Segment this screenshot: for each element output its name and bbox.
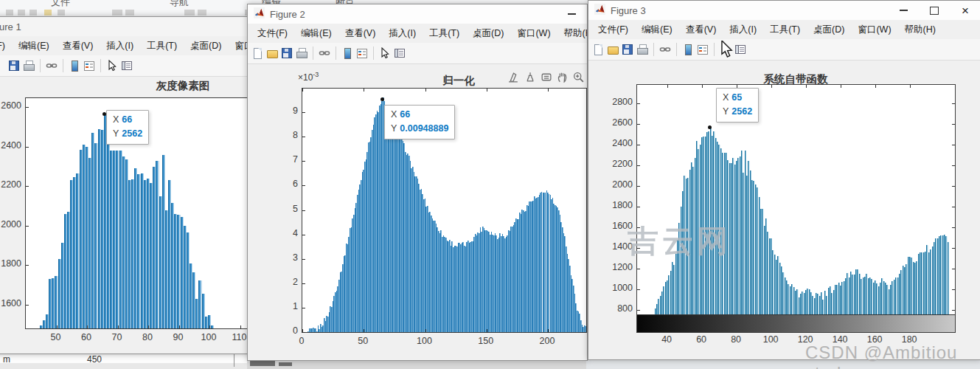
print-icon[interactable]: [636, 44, 648, 55]
new-icon[interactable]: [592, 44, 604, 55]
brush-icon[interactable]: [524, 71, 536, 83]
datatip-icon[interactable]: [540, 71, 552, 83]
link-icon[interactable]: [659, 44, 671, 55]
minimize-button[interactable]: [888, 1, 919, 20]
legend-icon[interactable]: [697, 44, 709, 55]
y-tick-label: 1800: [602, 200, 633, 210]
toolbar-separator: [373, 46, 374, 60]
colorbar-icon[interactable]: [69, 60, 80, 72]
axis-exponent-label: ×10-3: [298, 71, 319, 83]
axis-tick: [806, 85, 807, 88]
y-tick-label: 8: [267, 130, 298, 140]
histogram-bar: [211, 325, 214, 328]
toolstrip-tab[interactable]: 文件: [51, 0, 70, 9]
axis-tick: [302, 161, 305, 162]
legend-icon[interactable]: [83, 60, 95, 72]
panel-icon[interactable]: [734, 44, 746, 55]
datatip-figure2[interactable]: X66 Y0.00948889: [384, 105, 455, 139]
legend-icon[interactable]: [356, 47, 368, 59]
link-icon[interactable]: [319, 47, 330, 59]
menu-item[interactable]: 插入(I): [723, 24, 763, 36]
menu-item[interactable]: 工具(T): [763, 24, 807, 36]
menu-item[interactable]: 查看(V): [338, 27, 383, 40]
menu-item[interactable]: 查看(V): [56, 40, 100, 52]
axis-tick: [87, 325, 88, 328]
figure3-titlebar[interactable]: Figure 3 ×: [588, 1, 980, 21]
print-icon[interactable]: [23, 60, 35, 72]
axis-tick: [952, 269, 955, 269]
axis-tick: [487, 89, 487, 92]
close-button[interactable]: ×: [950, 1, 980, 20]
pan-icon[interactable]: [556, 71, 569, 83]
plot-title: 归一化: [442, 74, 475, 88]
menu-item[interactable]: 窗口(W): [228, 40, 249, 52]
cursor-icon[interactable]: [379, 47, 391, 59]
menu-item[interactable]: 编辑(E): [294, 27, 338, 40]
y-tick-label: 2000: [602, 179, 633, 190]
axes-toolbar: [507, 71, 585, 83]
axis-tick: [952, 124, 955, 125]
figure1-titlebar[interactable]: Figure 1: [0, 17, 249, 37]
save-icon[interactable]: [622, 44, 633, 55]
datatip-marker: [102, 112, 106, 116]
site-watermark: 吉云网: [628, 221, 731, 262]
menu-item[interactable]: 文件(F): [251, 27, 294, 40]
zoom-in-icon[interactable]: [572, 71, 585, 83]
x-tick-label: 100: [763, 334, 779, 345]
datatip-marker: [380, 97, 384, 101]
csdn-watermark: CSDN @Ambitiou studys: [805, 342, 980, 369]
menu-item[interactable]: 工具(T): [140, 40, 184, 52]
link-icon[interactable]: [46, 60, 58, 72]
menu-item[interactable]: 桌面(D): [184, 40, 228, 52]
colorbar-icon[interactable]: [341, 47, 353, 59]
save-icon[interactable]: [281, 47, 293, 59]
cursor-icon[interactable]: [106, 60, 118, 72]
y-tick-label: 1000: [602, 283, 633, 293]
menu-item[interactable]: 工具(T): [423, 27, 466, 40]
toolbar-separator: [40, 59, 41, 72]
menu-item[interactable]: 窗口(W): [510, 27, 557, 40]
export-icon[interactable]: [507, 71, 520, 83]
datatip-figure3[interactable]: X65 Y2562: [716, 88, 759, 123]
toolstrip-icon-remnant: [198, 10, 206, 15]
menu-item[interactable]: 桌面(D): [807, 24, 851, 36]
panel-icon[interactable]: [394, 47, 406, 59]
menu-item[interactable]: 窗口(W): [851, 24, 897, 36]
x-tick-label: 60: [81, 332, 91, 342]
minimize-button[interactable]: [556, 4, 587, 24]
menu-item[interactable]: 文件(F): [591, 24, 635, 36]
toolstrip-icon-remnant: [18, 10, 25, 15]
new-icon[interactable]: [251, 47, 263, 59]
menu-item[interactable]: 编辑(E): [635, 24, 679, 36]
axis-tick: [637, 269, 640, 269]
toolstrip-tab[interactable]: 导航: [170, 0, 189, 9]
axis-tick: [702, 85, 703, 88]
open-icon[interactable]: [607, 44, 619, 55]
toolstrip-icon-remnant: [125, 10, 134, 15]
desktop: 文件导航编辑断点 m 450 Figure 1 文件(F)编辑(E)查看(V)插…: [0, 0, 980, 369]
print-icon[interactable]: [296, 47, 307, 59]
menu-item[interactable]: 插入(I): [100, 40, 140, 52]
menu-item[interactable]: 插入(I): [382, 27, 423, 40]
menu-item[interactable]: 桌面(D): [466, 27, 510, 40]
x-tick-label: 80: [142, 332, 153, 342]
datatip-figure1[interactable]: X66 Y2562: [106, 110, 149, 145]
figure1-window: Figure 1 文件(F)编辑(E)查看(V)插入(I)工具(T)桌面(D)窗…: [0, 16, 249, 354]
x-tick-label: 50: [358, 336, 368, 346]
histogram-bars: [637, 85, 955, 315]
figure2-titlebar[interactable]: Figure 2: [248, 4, 587, 24]
axis-tick: [302, 283, 305, 284]
maximize-button[interactable]: [919, 1, 950, 20]
save-icon[interactable]: [8, 60, 20, 72]
menu-item[interactable]: 帮助(H): [898, 24, 942, 36]
menu-item[interactable]: 编辑(E): [12, 40, 56, 52]
open-icon[interactable]: [266, 47, 278, 59]
menu-item[interactable]: 查看(V): [679, 24, 723, 36]
panel-icon[interactable]: [121, 60, 133, 72]
axes-figure3[interactable]: [636, 84, 956, 333]
menu-item[interactable]: 帮助(H): [557, 27, 588, 40]
colorbar-icon[interactable]: [682, 44, 694, 55]
y-tick-label: 800: [602, 303, 633, 314]
axis-tick: [637, 207, 640, 207]
menu-item[interactable]: 文件(F): [0, 40, 12, 52]
